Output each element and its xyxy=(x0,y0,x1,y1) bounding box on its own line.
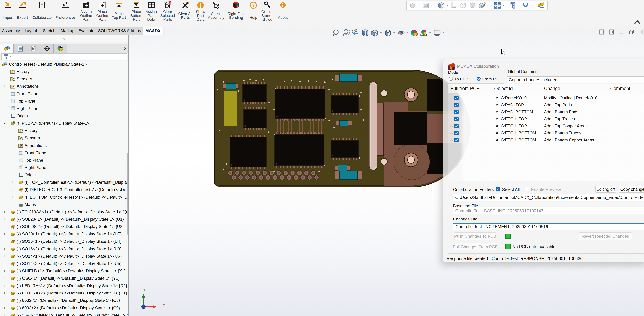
radio-from-pcb[interactable] xyxy=(476,77,481,81)
display-style-button[interactable] xyxy=(397,29,409,37)
tree-row[interactable]: (-) SOL28<1> (Default) <<Default>_Displa… xyxy=(0,216,128,223)
tree-item-label[interactable]: ControllerTest (Default) <Display State-… xyxy=(9,62,87,67)
tree-item-label[interactable]: Right Plane xyxy=(17,106,38,111)
component-ghost-button[interactable] xyxy=(409,1,420,9)
tree-item-label[interactable]: (f) PCB<1> (Default) <Display State-1> xyxy=(17,121,90,126)
expand-arrow-expanded-icon[interactable] xyxy=(3,122,6,125)
tree-item-label[interactable]: (-) 26PINCONN<1> (Default) <<Default>_Di… xyxy=(17,313,128,316)
expand-arrow-collapsed-icon[interactable] xyxy=(3,247,6,251)
spline-u-button[interactable] xyxy=(522,1,533,9)
tree-item-label[interactable]: (-) SOL28<1> (Default) <<Default>_Displa… xyxy=(17,217,124,222)
tree-item-label[interactable]: (-) OSC<1> (Default) <<Default>_Display … xyxy=(17,276,120,281)
tree-item-label[interactable]: (-) SO16<2> (Default) <<Default>_Display… xyxy=(17,247,121,251)
tree-row[interactable]: AAnnotations xyxy=(0,83,128,90)
tree-item-label[interactable]: (-) SHIELD<1> (Default) <<Default>_Displ… xyxy=(17,269,126,273)
place-outline-part-button[interactable]: PlaceOutlinePart xyxy=(93,1,111,21)
select-all-label[interactable]: Select All xyxy=(502,187,520,192)
tree-row[interactable]: Front Plane xyxy=(0,149,128,157)
tree-row[interactable]: Front Plane xyxy=(0,90,128,97)
row-change[interactable]: Add | Top Traces xyxy=(544,117,575,121)
expand-arrow-collapsed-icon[interactable] xyxy=(3,232,6,236)
check-assembly-button[interactable]: CheckAssembly xyxy=(206,1,226,21)
row-change[interactable]: Add | Bottom Copper Areas xyxy=(544,138,594,143)
tab-evaluate[interactable]: Evaluate xyxy=(76,27,96,35)
splitter-handle-dot[interactable] xyxy=(64,38,66,40)
preferences-button[interactable]: Preferences xyxy=(52,1,79,21)
tree-item-label[interactable]: Mates xyxy=(24,202,36,207)
radio-to-pcb-label[interactable]: To PCB xyxy=(454,77,468,81)
zoom-area-button[interactable] xyxy=(342,29,350,37)
tree-row[interactable]: (-) 26PINCONN<1> (Default) <<Default>_Di… xyxy=(0,312,128,316)
tree-row[interactable]: (-) SOL28<2> (Default) <<Default>_Displa… xyxy=(0,223,128,230)
tree-row[interactable]: Origin xyxy=(0,112,128,120)
tree-item-label[interactable]: Top Plane xyxy=(17,99,35,104)
tree-row[interactable]: Right Plane xyxy=(0,164,128,171)
tree-row[interactable]: Sensors xyxy=(0,75,128,83)
tree-item-label[interactable]: (-) 6032<2> (Default) <<Default>_Display… xyxy=(17,306,120,310)
panel-expand-button[interactable] xyxy=(121,45,128,52)
dialog-title-bar[interactable]: MCADX Collaboration xyxy=(446,62,499,71)
close-button[interactable] xyxy=(638,29,644,35)
row-checkbox[interactable] xyxy=(454,103,458,107)
tree-item-label[interactable]: History xyxy=(24,128,38,133)
tree-row[interactable]: Mates xyxy=(0,201,128,208)
row-checkbox[interactable] xyxy=(454,131,458,135)
pane-right-button[interactable] xyxy=(608,29,615,35)
column-header-pull-from-pcb[interactable]: Pull from PCB xyxy=(450,86,480,91)
fm-configurations-tab[interactable] xyxy=(27,44,40,53)
fm-tree-tab[interactable] xyxy=(0,44,13,53)
tree-row[interactable]: (-) LED_RA<2> (Default) <<Default>_Displ… xyxy=(0,290,128,297)
dropdown-caret[interactable] xyxy=(380,31,382,34)
expand-arrow-collapsed-icon[interactable] xyxy=(11,181,14,184)
tree-item-label[interactable]: Sensors xyxy=(17,77,32,81)
column-header-comment[interactable]: Comment xyxy=(610,86,630,91)
place-top-part-button[interactable]: PlaceTop Part xyxy=(109,1,129,21)
dropdown-caret[interactable] xyxy=(429,31,432,34)
expand-arrow-collapsed-icon[interactable] xyxy=(3,210,6,214)
ribbon-collapse-button[interactable] xyxy=(633,19,642,26)
restore-button[interactable] xyxy=(628,29,634,35)
tree-item-label[interactable]: History xyxy=(17,69,30,74)
dropdown-caret[interactable] xyxy=(446,4,449,7)
filter-funnel-holder[interactable] xyxy=(3,54,9,60)
panel-splitter-bar[interactable] xyxy=(0,35,128,42)
tree-row[interactable]: Right Plane xyxy=(0,105,128,112)
collaborate-button[interactable]: Collaborate xyxy=(29,1,56,21)
tab-assembly[interactable]: Assembly xyxy=(0,27,22,35)
changes-file-input[interactable]: ControllerTest_INCREMENT_20250801T100516 xyxy=(453,223,644,230)
tree-filter-bar[interactable] xyxy=(1,53,127,60)
tree-item-label[interactable]: (-) 6032<1> (Default) <<Default>_Display… xyxy=(17,298,120,303)
tree-item-label[interactable]: Origin xyxy=(17,114,28,118)
tree-item-label[interactable]: (-) SO14<1> (Default) <<Default>_Display… xyxy=(17,254,121,259)
tree-item-label[interactable]: (-) LED_RA<1> (Default) <<Default>_Displ… xyxy=(17,283,127,288)
tab-markup[interactable]: Markup xyxy=(58,27,76,35)
tree-row[interactable]: ControllerTest (Default) <Display State-… xyxy=(0,61,128,68)
tree-row[interactable]: (-) 6032<1> (Default) <<Default>_Display… xyxy=(0,297,128,304)
dropdown-caret[interactable] xyxy=(518,4,520,7)
expand-arrow-collapsed-icon[interactable] xyxy=(3,255,6,258)
dropdown-caret[interactable] xyxy=(486,4,489,7)
tree-row[interactable]: Top Plane xyxy=(0,157,128,164)
fm-properties-tab[interactable] xyxy=(13,44,27,53)
dropdown-caret[interactable] xyxy=(393,31,396,34)
row-change[interactable]: Modify | Outline | RouteKO10 xyxy=(544,96,598,100)
expand-arrow-collapsed-icon[interactable] xyxy=(3,284,6,287)
pattern-windows-button[interactable] xyxy=(493,1,505,9)
section-view-button[interactable] xyxy=(361,29,369,37)
tree-row[interactable]: (f) DIELECTRIC_P3_ControllerTest<1> (Def… xyxy=(0,186,128,193)
zoom-fit-button[interactable] xyxy=(332,29,340,37)
expand-arrow-collapsed-icon[interactable] xyxy=(3,70,6,73)
tree-row[interactable]: (-) SO16<2> (Default) <<Default>_Display… xyxy=(0,245,128,253)
expand-arrow-collapsed-icon[interactable] xyxy=(3,85,6,88)
row-checkbox[interactable] xyxy=(454,138,458,143)
annotation-visibility-button[interactable] xyxy=(370,29,382,37)
about-button[interactable]: About xyxy=(274,1,292,21)
row-checkbox[interactable] xyxy=(454,110,458,114)
tree-row[interactable]: (-) SO14<1> (Default) <<Default>_Display… xyxy=(0,253,128,260)
view-settings-button[interactable] xyxy=(433,29,445,37)
tree-row[interactable]: Sensors xyxy=(0,134,128,142)
row-object-id[interactable]: ALG:ETCH_BOTTOM xyxy=(496,131,536,135)
tree-row[interactable]: (-) SO20<1> (Default) <<Default>_Display… xyxy=(0,230,128,238)
assign-outline-part-button[interactable]: AssignOutlinePart xyxy=(77,1,95,21)
tree-item-label[interactable]: Right Plane xyxy=(24,165,46,170)
